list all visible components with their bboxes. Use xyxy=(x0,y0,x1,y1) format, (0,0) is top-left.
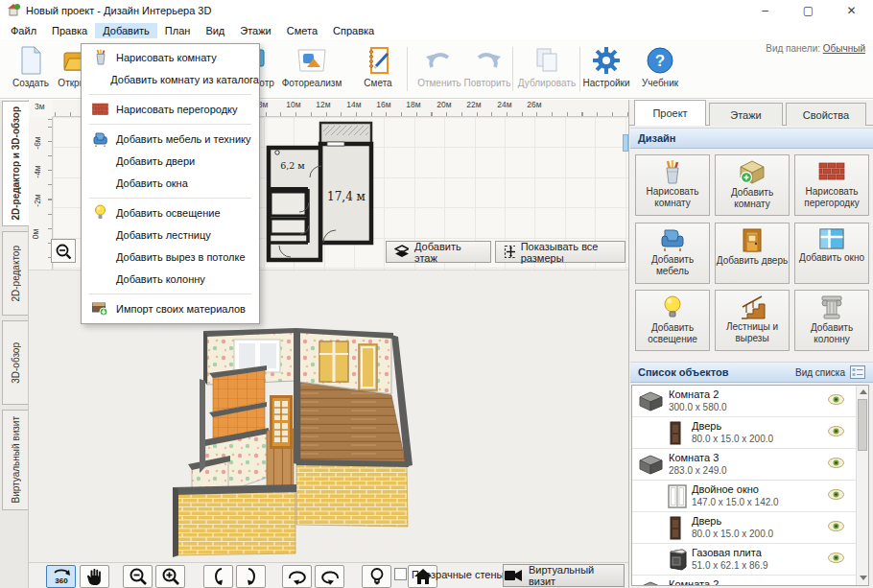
lighting-button[interactable] xyxy=(362,565,391,588)
menu-add[interactable]: Добавить xyxy=(95,23,157,38)
add-door-button[interactable]: Добавить дверь xyxy=(715,223,790,284)
menu-item-add-column[interactable]: Добавить колонну xyxy=(82,268,259,290)
pencil-cup-icon xyxy=(89,49,110,65)
menu-item-add-lighting[interactable]: Добавить освещение xyxy=(82,201,259,223)
transparent-walls-option[interactable]: Прозрачные стены xyxy=(394,568,504,580)
menu-help[interactable]: Справка xyxy=(325,23,382,38)
tab-virtual-visit[interactable]: Виртуальный визит xyxy=(2,410,28,510)
panel-view-label: Вид панели: xyxy=(766,43,820,54)
menu-bar: Файл Правка Добавить План Вид Этажи Смет… xyxy=(0,21,873,39)
light-bulb-icon xyxy=(660,294,685,320)
scroll-up-button[interactable] xyxy=(857,386,869,398)
plan-zoom-out-button[interactable] xyxy=(51,239,76,263)
menu-item-add-ceiling-cutout[interactable]: Добавить вырез в потолке xyxy=(82,246,259,268)
add-room-button[interactable]: Добавить комнату xyxy=(715,154,790,216)
tab-project[interactable]: Проект xyxy=(634,100,706,126)
draw-partition-button[interactable]: Нарисовать перегородку xyxy=(794,154,869,216)
ruler-corner-label: 3м xyxy=(35,102,45,111)
rotate-up-button[interactable] xyxy=(203,565,233,588)
settings-gear-icon xyxy=(591,44,622,77)
zoom-out-button[interactable] xyxy=(123,565,153,588)
menu-file[interactable]: Файл xyxy=(3,23,44,38)
menu-item-add-windows[interactable]: Добавить окна xyxy=(82,172,259,194)
redo-button[interactable]: Повторить xyxy=(457,44,518,94)
object-row-room-partial[interactable]: Комната 2 xyxy=(632,576,856,586)
orbit-right-button[interactable] xyxy=(315,565,344,588)
estimate-button[interactable]: Смета xyxy=(347,44,409,94)
help-icon: ? xyxy=(645,44,675,77)
maximize-button[interactable]: ▢ xyxy=(787,0,830,21)
duplicate-button[interactable]: Дублировать xyxy=(516,44,578,94)
menu-view[interactable]: Вид xyxy=(198,23,232,38)
menu-item-draw-partition[interactable]: Нарисовать перегородку xyxy=(82,98,259,120)
visibility-eye-icon[interactable] xyxy=(828,553,844,565)
menu-item-add-room-catalog[interactable]: Добавить комнату из каталога xyxy=(82,68,259,90)
menu-item-add-doors[interactable]: Добавить двери xyxy=(82,150,259,172)
zoom-in-button[interactable] xyxy=(155,565,185,588)
rotate-360-icon: 360 xyxy=(51,567,72,586)
virtual-visit-button[interactable]: Виртуальный визит xyxy=(503,564,625,587)
menu-item-import-materials[interactable]: Импорт своих материалов xyxy=(82,297,259,319)
menu-item-add-stairs[interactable]: Добавить лестницу xyxy=(82,223,259,246)
tab-floors[interactable]: Этажи xyxy=(709,103,783,126)
add-floor-button[interactable]: Добавить этаж xyxy=(386,241,491,263)
object-row-stove[interactable]: Газовая плита 51.0 x 62.1 x 86.9 xyxy=(632,544,856,576)
room-3d-icon xyxy=(638,579,664,586)
show-all-sizes-button[interactable]: Показывать все размеры xyxy=(495,241,625,263)
add-column-button[interactable]: Добавить колонну xyxy=(794,290,869,351)
rotate-down-button[interactable] xyxy=(236,565,266,588)
add-lighting-button[interactable]: Добавить освещение xyxy=(635,290,710,351)
settings-button[interactable]: Настройки xyxy=(576,44,637,94)
object-row-room3[interactable]: Комната 3 283.0 x 249.0 xyxy=(632,449,856,481)
object-row-double-window[interactable]: Двойное окно 147.0 x 15.0 x 142.0 xyxy=(632,481,856,512)
visibility-eye-icon[interactable] xyxy=(828,394,844,407)
room-box-plus-icon xyxy=(739,159,766,185)
visibility-eye-icon[interactable] xyxy=(828,521,844,533)
minimize-button[interactable]: – xyxy=(743,0,787,21)
panel-view-link[interactable]: Обычный xyxy=(823,43,865,54)
menu-estimate[interactable]: Смета xyxy=(279,23,325,38)
zoom-in-icon xyxy=(161,567,180,586)
menu-edit[interactable]: Правка xyxy=(44,23,95,38)
photorealism-button[interactable]: Фотореализм xyxy=(281,44,342,94)
panel-tabs: Проект Этажи Свойства xyxy=(629,100,873,126)
stove-object-icon xyxy=(667,548,690,574)
add-window-button[interactable]: Добавить окно xyxy=(794,223,869,284)
object-list-scrollbar[interactable] xyxy=(856,386,868,585)
scroll-down-button[interactable] xyxy=(857,572,869,584)
pencil-cup-icon xyxy=(660,159,685,184)
list-view-icon[interactable] xyxy=(850,365,865,379)
object-row-door[interactable]: Дверь 80.0 x 15.0 x 200.0 xyxy=(632,417,856,449)
draw-room-button[interactable]: Нарисовать комнату xyxy=(635,154,710,216)
floor-plan-2d[interactable]: 6,2 м 17,4 м xyxy=(266,120,375,263)
close-button[interactable]: ✕ xyxy=(830,0,873,21)
tab-3d-view[interactable]: 3D-обзор xyxy=(2,320,28,405)
menu-item-draw-room[interactable]: Нарисовать комнату xyxy=(82,46,259,68)
orbit-left-button[interactable] xyxy=(282,565,312,588)
menu-plan[interactable]: План xyxy=(157,23,199,38)
light-bulb-icon xyxy=(89,204,110,221)
visibility-eye-icon[interactable] xyxy=(828,489,844,502)
window-title: Новый проект - Дизайн Интерьера 3D xyxy=(26,5,211,16)
visibility-eye-icon[interactable] xyxy=(828,426,844,438)
add-furniture-button[interactable]: Добавить мебель xyxy=(635,223,710,284)
tab-2d-and-3d[interactable]: 2D-редактор и 3D-обзор xyxy=(2,101,29,226)
zoom-out-icon xyxy=(129,567,148,586)
pan-hand-button[interactable] xyxy=(80,565,109,588)
brick-wall-icon xyxy=(89,103,110,116)
scrollbar-thumb[interactable] xyxy=(858,399,867,451)
undo-icon xyxy=(422,44,457,77)
stairs-cutouts-button[interactable]: Лестницы и вырезы xyxy=(715,290,790,351)
object-row-room2[interactable]: Комната 2 300.0 x 580.0 xyxy=(632,386,856,417)
room-3d-icon xyxy=(638,453,664,478)
tab-properties[interactable]: Свойства xyxy=(786,103,866,126)
object-row-door2[interactable]: Дверь 80.0 x 15.0 x 200.0 xyxy=(632,512,856,544)
menu-item-add-furniture[interactable]: Добавить мебель и технику xyxy=(82,128,259,150)
visibility-eye-icon[interactable] xyxy=(828,458,844,470)
tab-2d-editor[interactable]: 2D-редактор xyxy=(2,231,28,316)
tutorial-button[interactable]: ? Учебник xyxy=(629,44,691,94)
right-panel: Проект Этажи Свойства Дизайн Нарисовать … xyxy=(628,100,873,588)
rotate-360-button[interactable]: 360 xyxy=(46,565,76,588)
menu-floors[interactable]: Этажи xyxy=(232,23,278,38)
transparent-walls-checkbox[interactable] xyxy=(394,568,407,580)
